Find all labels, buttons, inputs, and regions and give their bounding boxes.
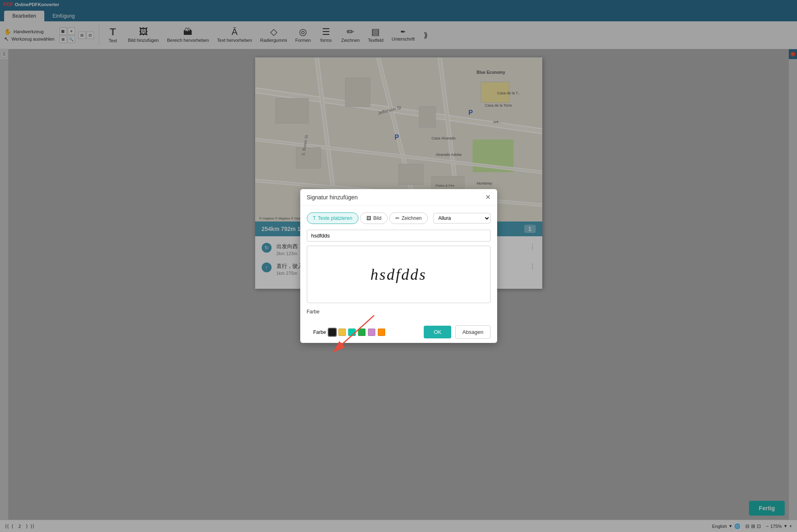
color-swatch-teal[interactable] <box>348 329 356 336</box>
color-swatch-purple[interactable] <box>368 329 375 336</box>
signature-text-input[interactable] <box>307 230 491 242</box>
color-swatches-row: Farbe <box>307 329 385 336</box>
color-swatch-black[interactable] <box>329 329 336 336</box>
modal-close-button[interactable]: ✕ <box>485 194 491 201</box>
cancel-button[interactable]: Absagen <box>455 325 490 339</box>
color-swatch-orange[interactable] <box>378 329 385 336</box>
signature-display-text: hsdfdds <box>370 265 427 283</box>
ok-button[interactable]: OK <box>424 326 451 338</box>
modal-overlay: Signatur hinzufügen ✕ T Texte platzieren… <box>0 0 797 532</box>
modal-header: Signatur hinzufügen ✕ <box>300 189 497 206</box>
tab-bild[interactable]: 🖼 Bild <box>360 212 388 224</box>
modal-tabs: T Texte platzieren 🖼 Bild ✏ Zeichnen All… <box>307 212 491 224</box>
color-swatch-green[interactable] <box>358 329 365 336</box>
tab-texte-platzieren[interactable]: T Texte platzieren <box>307 212 359 224</box>
modal-body: T Texte platzieren 🖼 Bild ✏ Zeichnen All… <box>300 206 497 321</box>
modal-dialog: Signatur hinzufügen ✕ T Texte platzieren… <box>300 189 497 343</box>
image-tab-icon: 🖼 <box>366 215 371 221</box>
color-swatch-yellow[interactable] <box>338 329 346 336</box>
modal-footer: Farbe OK Absagen <box>300 321 497 343</box>
draw-tab-icon: ✏ <box>395 215 400 221</box>
signature-preview: hsdfdds <box>307 246 491 303</box>
farbe-label: Farbe <box>313 329 326 335</box>
modal-title: Signatur hinzufügen <box>307 194 358 201</box>
color-row: Farbe <box>307 309 491 315</box>
font-select[interactable]: Allura Arial Times New Roman <box>433 213 491 224</box>
tab-zeichnen[interactable]: ✏ Zeichnen <box>389 212 428 224</box>
font-dropdown-area: Allura Arial Times New Roman <box>433 213 491 224</box>
text-tab-icon: T <box>313 215 316 221</box>
color-label: Farbe <box>307 309 320 315</box>
